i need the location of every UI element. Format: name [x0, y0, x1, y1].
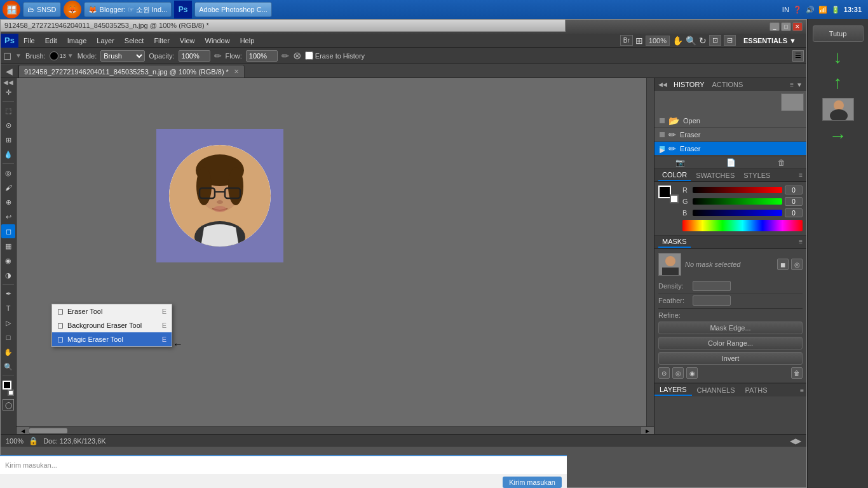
history-new-btn[interactable]: 📄 [726, 158, 736, 167]
green-right-arrow[interactable]: → [829, 126, 847, 146]
density-input[interactable] [693, 281, 731, 291]
color-swatches[interactable] [1, 381, 15, 396]
tool-dodge[interactable]: ◑ [1, 268, 15, 282]
erase-history-label[interactable]: Erase to History [305, 51, 365, 60]
mask-icon1[interactable]: ⊙ [658, 367, 670, 379]
options-panel-btn[interactable]: ☰ [792, 50, 804, 62]
flow-input[interactable] [246, 50, 278, 62]
screen-mode-btn[interactable]: ⊡ [709, 35, 721, 46]
layers-menu-btn[interactable]: ≡ [797, 386, 806, 395]
tool-move[interactable]: ✛ [1, 85, 15, 99]
menu-edit[interactable]: Edit [40, 34, 62, 48]
tool-clone[interactable]: ⊕ [1, 195, 15, 209]
bg-swatch[interactable] [670, 194, 679, 203]
firefox-icon[interactable]: 🦊 [64, 1, 81, 18]
menu-help[interactable]: Help [235, 34, 260, 48]
add-pixel-mask-btn[interactable]: ◼ [777, 259, 789, 270]
hand-tool-btn[interactable]: ✋ [672, 36, 683, 46]
history-item-open[interactable]: 📂 Open [654, 114, 806, 128]
b-value[interactable] [785, 208, 803, 217]
restore-button[interactable]: □ [781, 22, 791, 31]
mode-select[interactable]: Brush [100, 50, 145, 62]
green-down-arrow[interactable]: ↓ [834, 47, 843, 67]
fg-bg-swatches[interactable] [658, 186, 679, 203]
tool-path-select[interactable]: ▷ [1, 316, 15, 330]
masks-tab[interactable]: MASKS [658, 236, 691, 248]
tool-lasso[interactable]: ⊙ [1, 118, 15, 132]
scroll-start-btn[interactable]: ◀ [790, 437, 796, 445]
scroll-thumb-h[interactable] [29, 428, 67, 433]
tool-gradient[interactable]: ▦ [1, 239, 15, 253]
history-tab[interactable]: HISTORY [671, 79, 707, 90]
tutup-button[interactable]: Tutup [813, 25, 864, 42]
tool-hand[interactable]: ✋ [1, 345, 15, 359]
kirim-masukan-btn[interactable]: Kirim masukan [503, 477, 562, 488]
tool-history-brush[interactable]: ↩ [1, 210, 15, 224]
history-expand[interactable]: ◀◀ [658, 81, 667, 88]
mask-icon2[interactable]: ◎ [672, 367, 684, 379]
history-item-eraser1[interactable]: ✏ Eraser [654, 128, 806, 142]
tool-marquee-rect[interactable]: ⬚ [1, 104, 15, 118]
fg-color-swatch[interactable] [3, 381, 11, 390]
masks-menu-btn[interactable]: ≡ [799, 238, 803, 245]
swatches-tab[interactable]: SWATCHES [692, 170, 738, 180]
start-button[interactable]: 🪟 [3, 1, 20, 18]
styles-tab[interactable]: STYLES [740, 170, 774, 180]
color-menu-btn[interactable]: ≡ [799, 172, 803, 179]
add-vector-mask-btn[interactable]: ◎ [791, 259, 803, 270]
tool-pen[interactable]: ✒ [1, 287, 15, 301]
taskbar-tab-blogger[interactable]: 🦊 Blogger: ☞ 소원 Ind... [84, 2, 172, 17]
scrollbar-vertical[interactable] [646, 78, 654, 434]
b-slider[interactable] [693, 210, 782, 216]
menu-filter[interactable]: Filter [149, 34, 174, 48]
tool-blur[interactable]: ◉ [1, 254, 15, 268]
photoshop-taskbar-icon[interactable]: Ps [174, 1, 192, 18]
taskbar-tab-photoshop[interactable]: Adobe Photoshop C... [194, 2, 272, 17]
r-value[interactable] [785, 186, 803, 194]
tool-crop[interactable]: ⊞ [1, 133, 15, 147]
layers-tab[interactable]: LAYERS [654, 384, 692, 396]
menu-file[interactable]: File [18, 34, 40, 48]
tool-zoom[interactable]: 🔍 [1, 360, 15, 374]
tool-text[interactable]: T [1, 301, 15, 315]
erase-history-checkbox[interactable] [305, 51, 313, 60]
ctx-eraser-tool[interactable]: ◻ Eraser Tool E [52, 304, 172, 318]
airbrush-icon[interactable]: ⊗ [293, 50, 301, 62]
scroll-left-btn[interactable]: ◀ [17, 427, 29, 434]
rotate-tool-btn[interactable]: ↻ [699, 36, 707, 46]
bridge-btn[interactable]: Br [620, 35, 633, 46]
color-tab[interactable]: COLOR [658, 170, 691, 181]
history-menu-btn[interactable]: ≡ [790, 81, 794, 88]
scroll-right-btn[interactable]: ▶ [641, 427, 654, 434]
color-range-btn[interactable]: Color Range... [658, 337, 803, 349]
quick-mask-btn[interactable]: ◯ [3, 399, 14, 410]
tool-eraser[interactable]: ◻ [1, 224, 15, 238]
scrollbar-horizontal[interactable]: ◀ ▶ [17, 426, 654, 434]
menu-window[interactable]: Window [200, 34, 235, 48]
eraser-options-icon[interactable]: ◻ [3, 50, 11, 62]
mask-icon3[interactable]: ◉ [686, 367, 698, 379]
taskbar-tab-snsd[interactable]: 🗁 SNSD [23, 2, 61, 17]
brush-preview-area[interactable]: 13 ▼ [50, 51, 74, 60]
tool-spot-heal[interactable]: ◎ [1, 166, 15, 180]
canvas-area[interactable]: ◻ Eraser Tool E ◻ Background Eraser Tool… [17, 78, 654, 434]
ctx-bg-eraser-tool[interactable]: ◻ Background Eraser Tool E [52, 318, 172, 332]
opacity-input[interactable] [179, 50, 210, 62]
channels-tab[interactable]: CHANNELS [692, 385, 740, 395]
close-button[interactable]: ✕ [792, 22, 803, 31]
r-slider[interactable] [693, 187, 782, 193]
options-dropdown[interactable]: ▼ [15, 52, 22, 59]
green-up-arrow[interactable]: ↑ [834, 72, 843, 93]
doc-close-btn[interactable]: ✕ [234, 68, 239, 75]
essentials-btn[interactable]: ESSENTIALS ▼ [738, 34, 801, 48]
feather-input[interactable] [693, 295, 731, 306]
ctx-magic-eraser-tool[interactable]: ◻ Magic Eraser Tool E [52, 332, 172, 346]
menu-view[interactable]: View [175, 34, 200, 48]
menu-image[interactable]: Image [62, 34, 92, 48]
bg-color-swatch[interactable] [8, 390, 14, 396]
menu-select[interactable]: Select [119, 34, 149, 48]
brush-dropdown[interactable]: ▼ [67, 52, 74, 59]
tool-eyedropper[interactable]: 💧 [1, 147, 15, 161]
history-play-btn[interactable]: ▶ [660, 146, 665, 151]
toolbar-collapse[interactable]: ◀◀ [1, 79, 15, 85]
